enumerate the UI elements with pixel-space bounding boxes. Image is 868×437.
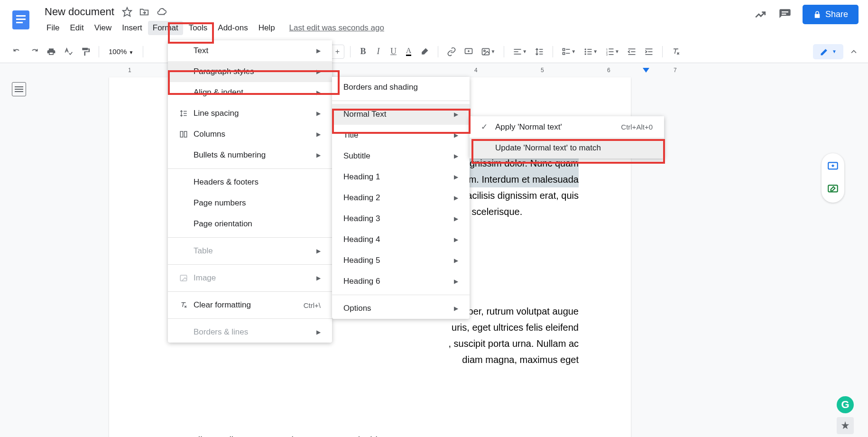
format-borders-lines: Borders & lines▶	[168, 322, 332, 343]
format-columns[interactable]: Columns▶	[168, 124, 332, 145]
svg-rect-6	[782, 13, 786, 14]
columns-icon	[179, 130, 194, 139]
indent-button[interactable]	[641, 45, 656, 58]
comment-button[interactable]	[461, 45, 476, 58]
italic-button[interactable]: I	[371, 45, 385, 58]
horizontal-ruler[interactable]: 1 4 5 6 7	[38, 63, 868, 77]
comment-strip	[822, 153, 844, 203]
paint-format-button[interactable]	[78, 45, 93, 58]
format-table: Table▶	[168, 241, 332, 261]
svg-text:3: 3	[606, 53, 608, 56]
ps-heading-6[interactable]: Heading 6▶	[332, 271, 470, 292]
checklist-button[interactable]: ▼	[559, 45, 579, 58]
bullet-list-button[interactable]: ▼	[581, 45, 600, 58]
svg-point-22	[585, 51, 586, 52]
check-icon: ✓	[481, 122, 495, 132]
share-button[interactable]: Share	[803, 5, 859, 24]
format-page-numbers[interactable]: Page numbers	[168, 193, 332, 214]
cloud-icon[interactable]	[156, 7, 167, 17]
svg-rect-3	[16, 22, 23, 23]
format-headers-footers[interactable]: Headers & footers	[168, 172, 332, 193]
ruler-tick: 5	[541, 67, 544, 74]
explore-button[interactable]	[837, 417, 854, 434]
svg-point-20	[585, 48, 586, 50]
zoom-select[interactable]: 100% ▼	[105, 46, 137, 57]
menu-insert[interactable]: Insert	[117, 21, 147, 35]
svg-point-24	[585, 53, 586, 55]
ps-heading-2[interactable]: Heading 2▶	[332, 187, 470, 208]
outdent-button[interactable]	[624, 45, 639, 58]
ps-heading-4[interactable]: Heading 4▶	[332, 229, 470, 250]
format-text[interactable]: Text▶	[168, 40, 332, 61]
svg-rect-23	[588, 51, 592, 52]
grammarly-icon[interactable]: G	[837, 396, 854, 413]
svg-rect-25	[588, 54, 592, 55]
format-align-indent[interactable]: Align & indent▶	[168, 82, 332, 103]
clear-format-button[interactable]	[668, 45, 683, 58]
editing-mode-button[interactable]: ▼	[813, 44, 843, 59]
menu-file[interactable]: File	[42, 21, 64, 35]
menu-tools[interactable]: Tools	[184, 21, 212, 35]
activity-icon[interactable]	[753, 8, 767, 22]
format-image: Image▶	[168, 268, 332, 288]
format-paragraph-styles[interactable]: Paragraph styles▶	[168, 61, 332, 82]
undo-button[interactable]	[9, 45, 25, 58]
nt-apply[interactable]: ✓ Apply 'Normal text' Ctrl+Alt+0	[470, 116, 664, 138]
line-spacing-button[interactable]	[532, 45, 547, 58]
lock-icon	[813, 10, 822, 19]
move-icon[interactable]	[139, 7, 149, 17]
suggest-edit-icon[interactable]	[826, 183, 840, 196]
highlight-button[interactable]	[417, 45, 432, 58]
svg-rect-44	[185, 131, 187, 137]
spellcheck-button[interactable]	[61, 45, 76, 58]
pencil-icon	[820, 47, 829, 56]
numbered-list-button[interactable]: 123 ▼	[602, 45, 622, 58]
format-page-orientation[interactable]: Page orientation	[168, 214, 332, 234]
ruler-tick: 7	[674, 67, 677, 74]
redo-button[interactable]	[27, 45, 42, 58]
print-button[interactable]	[44, 45, 59, 58]
normal-text-dropdown: ✓ Apply 'Normal text' Ctrl+Alt+0 Update …	[470, 116, 664, 158]
format-clear-formatting[interactable]: Clear formattingCtrl+\	[168, 295, 332, 316]
svg-rect-43	[180, 131, 183, 137]
underline-button[interactable]: U	[387, 45, 400, 58]
image-button[interactable]: ▼	[478, 45, 498, 58]
svg-rect-29	[609, 51, 614, 52]
format-line-spacing[interactable]: Line spacing▶	[168, 103, 332, 124]
menu-help[interactable]: Help	[254, 21, 280, 35]
menu-view[interactable]: View	[90, 21, 117, 35]
text-color-button[interactable]: A	[402, 45, 415, 58]
ps-heading-1[interactable]: Heading 1▶	[332, 167, 470, 187]
svg-rect-21	[588, 49, 592, 50]
ruler-marker[interactable]	[643, 68, 649, 73]
svg-rect-5	[782, 11, 788, 12]
menu-edit[interactable]: Edit	[65, 21, 88, 35]
add-comment-icon[interactable]	[826, 160, 840, 173]
ps-normal-text[interactable]: Normal Text▶	[332, 104, 470, 125]
ps-heading-5[interactable]: Heading 5▶	[332, 250, 470, 271]
outline-button[interactable]	[12, 82, 26, 96]
format-bullets-numbering[interactable]: Bullets & numbering▶	[168, 145, 332, 166]
format-menu-dropdown: Text▶ Paragraph styles▶ Align & indent▶ …	[168, 40, 332, 343]
document-title[interactable]: New document	[42, 5, 117, 19]
align-button[interactable]: ▼	[510, 45, 530, 58]
star-icon[interactable]	[122, 7, 132, 17]
menu-addons[interactable]: Add-ons	[213, 21, 252, 35]
clear-format-icon	[179, 301, 194, 309]
nt-update[interactable]: Update 'Normal text' to match	[470, 138, 664, 158]
collapse-toolbar-button[interactable]	[849, 47, 859, 56]
font-size-increase[interactable]: +	[331, 45, 344, 58]
bold-button[interactable]: B	[356, 45, 369, 58]
ps-subtitle[interactable]: Subtitle▶	[332, 146, 470, 167]
ps-borders-shading[interactable]: Borders and shading	[332, 77, 470, 98]
ps-options[interactable]: Options▶	[332, 298, 470, 319]
menu-format[interactable]: Format	[148, 21, 183, 35]
link-button[interactable]	[444, 45, 459, 58]
docs-logo[interactable]	[9, 9, 32, 31]
ps-title[interactable]: Title▶	[332, 125, 470, 146]
ps-heading-3[interactable]: Heading 3▶	[332, 208, 470, 229]
svg-marker-4	[123, 8, 131, 16]
comments-icon[interactable]	[778, 8, 792, 22]
last-edit-link[interactable]: Last edit was seconds ago	[289, 23, 384, 33]
ruler-tick: 1	[128, 67, 131, 74]
